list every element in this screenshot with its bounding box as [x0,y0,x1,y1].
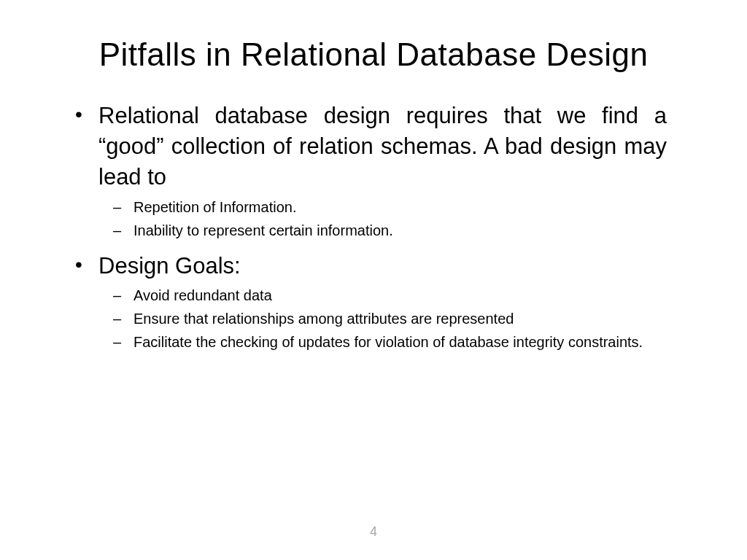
page-number: 4 [0,524,747,540]
slide-title: Pitfalls in Relational Database Design [58,36,689,73]
sub-bullet-item: Inability to represent certain informati… [133,220,667,241]
sub-bullet-item: Avoid redundant data [133,285,667,306]
bullet-item: Relational database design requires that… [98,101,667,192]
sub-bullet-item: Ensure that relationships among attribut… [133,308,667,329]
bullet-item: Design Goals: [98,251,667,281]
sub-bullet-item: Repetition of Information. [133,197,667,217]
sub-bullet-group: Avoid redundant data Ensure that relatio… [98,285,667,352]
sub-bullet-item: Facilitate the checking of updates for v… [133,332,667,352]
sub-bullet-group: Repetition of Information. Inability to … [98,197,667,241]
slide-content: Relational database design requires that… [58,101,689,352]
slide-container: Pitfalls in Relational Database Design R… [0,0,747,560]
